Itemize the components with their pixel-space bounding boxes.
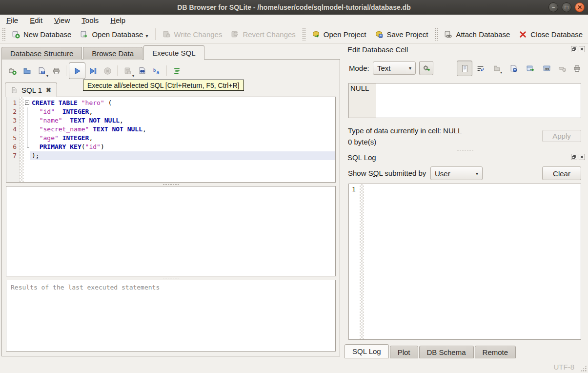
main-tab-bar: Database Structure Browse Data Execute S… (1, 46, 205, 60)
open-database-button[interactable]: Open Database ▾ (76, 28, 152, 41)
save-results-button[interactable]: ▾ (120, 63, 135, 78)
tab-sql-log[interactable]: SQL Log (345, 344, 389, 358)
close-panel-icon[interactable] (579, 46, 585, 52)
close-database-button[interactable]: Close Database (514, 28, 587, 41)
attach-database-icon (444, 30, 452, 39)
sql-log-panel-title: SQL Log (347, 153, 376, 162)
splitter-handle[interactable] (342, 148, 588, 151)
save-project-button[interactable]: Save Project (370, 28, 432, 41)
import-data-icon (493, 64, 501, 73)
new-database-button[interactable]: New Database (7, 28, 76, 41)
import-data-button[interactable]: ▾ (491, 62, 503, 75)
export-button[interactable] (524, 62, 536, 75)
results-pane[interactable]: Results of the last executed statements (6, 280, 336, 352)
cell-editor-body[interactable] (376, 83, 581, 118)
word-wrap-icon (476, 64, 485, 73)
mode-select[interactable]: Text▾ (373, 62, 416, 75)
fold-margin[interactable] (24, 97, 30, 182)
sql-code-editor[interactable]: 1234567 CREATE TABLE "hero" ( "id" INTEG… (6, 97, 336, 183)
format-sql-button[interactable] (169, 63, 184, 78)
splitter-handle[interactable] (2, 276, 340, 279)
sql-log-panel-buttons (571, 154, 585, 160)
toolbar-drag-handle[interactable] (302, 28, 305, 41)
import-settings-button[interactable] (419, 61, 433, 75)
open-sql-file-button[interactable] (20, 63, 34, 78)
sql-code-lines[interactable]: CREATE TABLE "hero" ( "id" INTEGER, "nam… (30, 97, 335, 182)
encoding-label: UTF-8 (554, 363, 575, 371)
save-results-dropdown-icon[interactable]: ▾ (132, 74, 134, 78)
mode-label: Mode: (349, 64, 369, 72)
clear-log-button[interactable]: Clear (542, 166, 581, 180)
toolbar-drag-handle[interactable] (2, 28, 5, 41)
toolbar-separator (166, 65, 167, 76)
menu-tools[interactable]: Tools (81, 16, 99, 24)
cell-type-info: Type of data currently in cell: NULL (348, 126, 462, 135)
log-filter-select[interactable]: User▾ (430, 166, 483, 180)
menu-file[interactable]: File (6, 16, 18, 24)
resize-grip-icon[interactable] (580, 365, 587, 372)
cell-value-editor[interactable]: NULL (348, 83, 581, 118)
import-data-dropdown-icon[interactable]: ▾ (500, 70, 502, 75)
export-icon (526, 64, 534, 73)
save-as-button[interactable] (507, 62, 519, 75)
open-database-dropdown-icon[interactable]: ▾ (145, 33, 148, 39)
results-placeholder: Results of the last executed statements (11, 284, 160, 291)
open-database-icon (80, 30, 88, 39)
chevron-down-icon: ▾ (476, 171, 478, 176)
tab-browse-data[interactable]: Browse Data (83, 47, 142, 60)
tab-plot[interactable]: Plot (390, 346, 418, 358)
new-database-icon (12, 30, 20, 39)
menu-view[interactable]: View (54, 16, 70, 24)
close-sql-tab-icon[interactable]: ✖ (46, 86, 51, 94)
maximize-button[interactable]: □ (562, 2, 571, 12)
close-button[interactable]: ✕ (575, 2, 585, 12)
execute-line-button[interactable] (85, 63, 100, 78)
tab-database-structure[interactable]: Database Structure (1, 47, 82, 60)
auto-complete-button[interactable]: ba (149, 63, 164, 78)
log-body[interactable] (364, 184, 581, 339)
revert-changes-button[interactable]: Revert Changes (226, 28, 300, 41)
print-cell-icon (573, 64, 581, 73)
apply-button[interactable]: Apply (542, 130, 581, 142)
print-sql-button[interactable] (49, 63, 63, 78)
tab-db-schema[interactable]: DB Schema (419, 346, 474, 358)
text-mode-icon (461, 64, 469, 73)
link-button[interactable] (541, 62, 552, 75)
splitter-handle[interactable] (2, 183, 340, 186)
print-cell-button[interactable] (571, 62, 583, 75)
word-wrap-button[interactable] (474, 62, 486, 75)
float-panel-icon[interactable] (571, 46, 577, 52)
attach-database-button[interactable]: Attach Database (440, 28, 514, 41)
titlebar: DB Browser for SQLite - /home/user/code/… (0, 0, 588, 15)
execute-all-button[interactable] (69, 62, 85, 79)
print-sql-icon (52, 67, 61, 75)
editor-margin (20, 97, 24, 182)
edit-pane-empty[interactable] (6, 186, 336, 276)
close-database-icon (519, 30, 527, 39)
find-button[interactable] (135, 63, 149, 78)
chevron-down-icon: ▾ (409, 65, 411, 71)
save-sql-dropdown-icon[interactable]: ▾ (46, 74, 48, 78)
save-sql-file-button[interactable]: ▾ (34, 63, 49, 78)
write-changes-button[interactable]: Write Changes (158, 28, 227, 41)
status-bar: UTF-8 (0, 357, 588, 373)
menu-help[interactable]: Help (110, 16, 125, 24)
sql-document-tab[interactable]: SQL 1 ✖ (5, 83, 57, 97)
toolbar-drag-handle[interactable] (434, 28, 438, 41)
menu-bar: File Edit View Tools Help (0, 15, 588, 25)
menu-edit[interactable]: Edit (30, 16, 42, 24)
new-sql-tab-button[interactable] (5, 63, 20, 78)
dock-tab-bar: SQL Log Plot DB Schema Remote (345, 344, 517, 358)
stop-button[interactable] (100, 63, 115, 78)
float-panel-icon[interactable] (571, 154, 577, 160)
text-mode-button[interactable] (457, 61, 472, 76)
tab-remote[interactable]: Remote (475, 346, 516, 358)
find-icon (138, 67, 146, 75)
tab-execute-sql[interactable]: Execute SQL (143, 45, 204, 60)
minimize-button[interactable]: − (548, 2, 558, 12)
open-project-button[interactable]: Open Project (307, 28, 371, 41)
sql-log-editor[interactable]: 1 (348, 184, 581, 340)
log-margin (360, 184, 364, 339)
set-null-button[interactable] (556, 62, 568, 75)
close-panel-icon[interactable] (579, 154, 585, 160)
